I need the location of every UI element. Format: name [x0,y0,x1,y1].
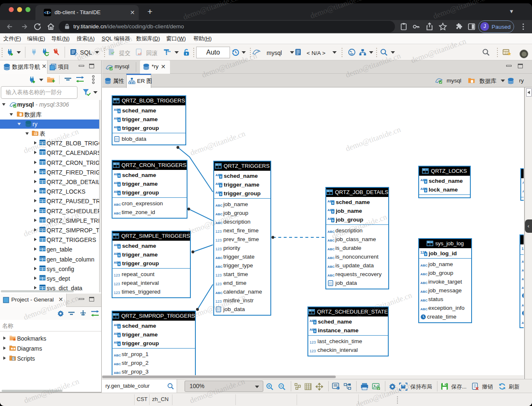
svg-text:123: 123 [114,273,120,277]
svg-text:ABC: ABC [522,269,524,272]
svg-text:9: 9 [220,192,222,196]
svg-text:ABC: ABC [327,256,335,260]
svg-text:ABC: ABC [522,260,524,264]
svg-text:123: 123 [215,238,222,242]
svg-text:ABC: ABC [114,212,121,215]
svg-text:ABC: ABC [420,299,427,302]
svg-text:9: 9 [332,210,334,214]
svg-text:123: 123 [310,349,316,353]
svg-text:ABC: ABC [420,307,427,311]
svg-text:9: 9 [425,180,427,184]
svg-text:9: 9 [118,118,120,122]
svg-text:123: 123 [215,273,222,277]
svg-text:9: 9 [118,245,120,249]
svg-text:9: 9 [425,252,427,256]
svg-text:ABC: ABC [114,371,121,375]
svg-text:123: 123 [310,340,316,344]
svg-text:ABC: ABC [114,354,121,357]
svg-text:9: 9 [314,321,316,324]
svg-text:123: 123 [114,282,120,286]
svg-text:9: 9 [118,110,120,113]
svg-text:9: 9 [425,189,427,192]
svg-text:ABC: ABC [215,256,222,260]
svg-text:123: 123 [215,229,222,234]
svg-text:ABC: ABC [522,181,524,184]
svg-text:9: 9 [118,342,120,346]
svg-text:ABC: ABC [522,304,524,307]
svg-text:ABC: ABC [420,281,427,285]
svg-text:ABC: ABC [215,265,222,269]
svg-text:123: 123 [114,291,120,295]
svg-text:ABC: ABC [420,272,427,276]
svg-text:9: 9 [118,192,120,195]
svg-text:9: 9 [118,254,120,257]
svg-text:9: 9 [118,174,120,178]
svg-text:ABC: ABC [114,362,121,366]
svg-text:i: i [337,387,338,390]
svg-text:9: 9 [220,184,222,187]
svg-text:ABC: ABC [215,291,222,295]
svg-text:ABC: ABC [215,204,222,207]
svg-text:ABC: ABC [327,274,335,277]
svg-text:ABC: ABC [522,286,524,290]
svg-text:ABC: ABC [114,203,121,207]
svg-text:123: 123 [522,247,524,251]
svg-text:ABC: ABC [522,321,524,325]
svg-text:ABC: ABC [327,265,335,269]
svg-text:ABC: ABC [522,277,524,281]
svg-text:9: 9 [118,325,120,329]
svg-text:ABC: ABC [522,189,524,193]
svg-text:9: 9 [332,219,334,222]
svg-text:123: 123 [215,247,222,251]
svg-text:123: 123 [215,282,222,286]
svg-text:9: 9 [118,183,120,187]
svg-text:ABC: ABC [420,290,427,294]
svg-text:9: 9 [314,329,316,333]
svg-text:ABC: ABC [420,264,427,267]
svg-text:9: 9 [118,127,120,131]
svg-text:9: 9 [332,201,334,205]
svg-text:9: 9 [118,334,120,337]
svg-text:9: 9 [220,175,222,179]
svg-text:9: 9 [118,262,120,266]
svg-text:ABC: ABC [327,247,335,251]
